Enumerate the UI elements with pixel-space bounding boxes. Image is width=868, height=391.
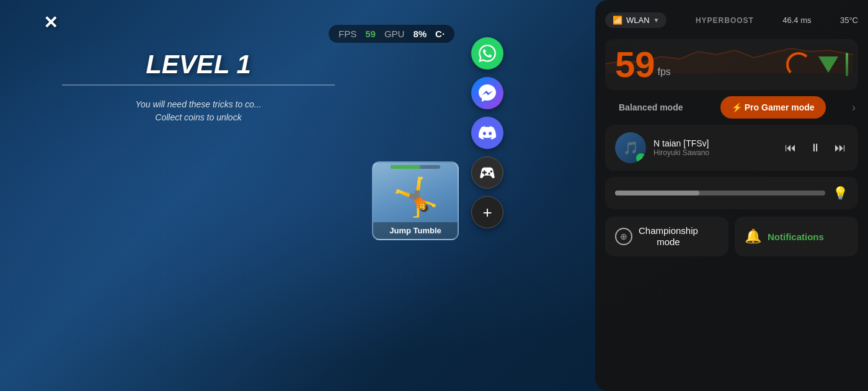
fps-unit: fps [658,66,671,78]
level-title: LEVEL 1 [62,50,335,79]
app-icons-list: + [471,37,503,228]
championship-text: Championship mode [639,225,698,248]
trick-card-top [373,163,458,169]
gpu-value: 8% [413,29,427,39]
hud-bar: FPS 59 GPU 8% C· [329,25,454,43]
brightness-row: 💡 [605,177,858,209]
media-controls: ⏮ ⏸ ⏭ [782,139,848,157]
trick-label: Jump Tumble [373,222,458,239]
album-art: 🎵 ♪ [615,132,646,163]
fps-card: 59 fps [605,39,858,90]
down-arrow-indicator [818,56,838,73]
brightness-icon: 💡 [833,186,848,200]
panel-header: 📶 WLAN ▼ HYPERBOOST 46.4 ms 35°C [605,10,858,33]
game-description: You will need these tricks to co... Coll… [62,98,335,124]
fps-indicators [786,52,848,77]
add-app-button[interactable]: + [471,196,503,228]
cpu-value: C· [435,29,445,39]
trick-card[interactable]: 🤸 Jump Tumble [372,161,459,240]
fps-value: 59 [365,29,376,39]
discord-icon[interactable] [471,117,503,149]
messenger-icon[interactable] [471,77,503,109]
track-info: N taian [TFSv] Hiroyuki Sawano [653,138,775,157]
pro-gamer-mode-button[interactable]: ⚡ Pro Gamer mode [720,96,826,119]
dropdown-icon: ▼ [653,17,660,24]
gpu-label: GPU [384,29,405,39]
ping-display: 46.4 ms [782,16,811,25]
notifications-button[interactable]: 🔔 Notifications [735,217,858,256]
spotify-badge: ♪ [636,153,646,163]
track-name: N taian [TFSv] [653,138,775,148]
brightness-fill [615,191,699,196]
brightness-slider[interactable] [615,191,825,196]
trick-icon: 🤸 [373,169,458,222]
fps-label: FPS [339,29,356,39]
prev-button[interactable]: ⏮ [782,139,799,157]
wifi-icon: 📶 [613,16,622,25]
hyperboost-label: HYPERBOOST [696,16,754,25]
pause-button[interactable]: ⏸ [807,139,823,157]
bar-indicator [846,53,848,76]
track-artist: Hiroyuki Sawano [653,148,775,157]
game-content: LEVEL 1 You will need these tricks to co… [62,50,335,124]
chevron-right-icon: › [852,101,856,114]
right-panel: 📶 WLAN ▼ HYPERBOOST 46.4 ms 35°C 59 fps … [595,0,868,391]
trick-progress-bar [391,165,440,169]
trick-progress-fill [391,165,420,169]
championship-mode-button[interactable]: ⊕ Championship mode [605,217,728,256]
whatsapp-icon[interactable] [471,37,503,70]
music-player: 🎵 ♪ N taian [TFSv] Hiroyuki Sawano ⏮ ⏸ ⏭ [605,125,858,171]
close-button[interactable]: ✕ [43,12,58,33]
fps-main-display: 59 fps [615,47,848,83]
championship-icon: ⊕ [615,228,632,245]
performance-mode-row: Balanced mode ⚡ Pro Gamer mode › [605,96,858,119]
balanced-mode-button[interactable]: Balanced mode [608,96,694,119]
level-divider [62,84,335,86]
temp-display: 35°C [840,16,858,25]
gamepad-app-icon[interactable] [471,156,503,189]
notifications-label: Notifications [768,231,824,242]
arc-indicator [786,52,811,77]
wlan-badge[interactable]: 📶 WLAN ▼ [605,12,666,28]
fps-number: 59 [615,47,655,83]
bottom-buttons: ⊕ Championship mode 🔔 Notifications [605,217,858,256]
wlan-label: WLAN [626,16,650,25]
next-button[interactable]: ⏭ [832,139,848,157]
notifications-icon: 🔔 [745,228,761,245]
